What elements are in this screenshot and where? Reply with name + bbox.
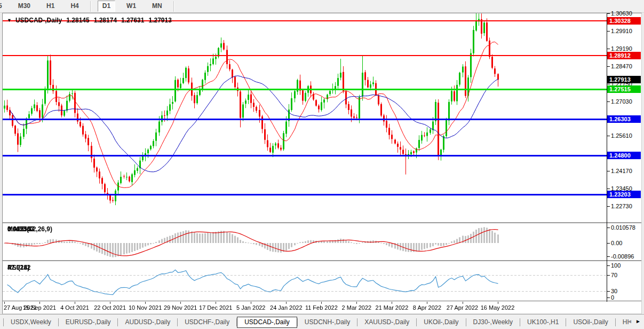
rsi-pane-canvas[interactable] [3,262,607,301]
date-tick-mark [216,302,216,304]
macd-tick-mark [607,243,610,244]
timeframe-button-m30[interactable]: M30 [13,1,35,12]
timeframe-button-h4[interactable]: H4 [66,1,83,12]
price-tick-label: 1.29190 [611,45,632,52]
date-tick-mark [4,302,5,304]
rsi-tick-mark [607,291,610,292]
toolbar-separator [90,1,91,12]
price-level-badge: 1.27515 [607,85,641,93]
ohlc-open: 1.28145 [66,17,89,24]
price-tick-label: 1.22730 [611,203,632,209]
date-axis[interactable]: 27 Aug 202115 Sep 20214 Oct 202122 Oct 2… [3,302,607,314]
rsi-tick-mark [607,297,610,298]
macd-tick-label: 0.00 [611,240,622,246]
chart-tab-ukoil-daily[interactable]: UKOil-,Daily [417,317,465,328]
ohlc-close: 1.27913 [148,17,171,24]
chart-symbol-readout: ▼ USDCAD-,Daily 1.28145 1.28174 1.27631 … [7,17,172,24]
rsi-value: 47.0282 [7,264,30,271]
chart-tab-eurusd-daily[interactable]: EURUSD-,Daily [59,317,118,328]
date-tick-mark [39,302,40,304]
symbol-label: USDCAD-,Daily [15,17,62,24]
date-tick-label: 4 Oct 2021 [60,304,89,311]
chart-tab-xauusd-daily[interactable]: XAUUSD-,Daily [357,317,416,328]
timeframe-button-w1[interactable]: W1 [122,1,141,12]
price-tick-label: 1.28470 [611,63,632,69]
price-tick-mark [607,66,610,67]
date-tick-label: 11 Feb 2022 [305,304,338,311]
date-tick-mark [356,302,357,304]
date-tick-mark [286,302,287,304]
price-tick-mark [607,13,610,14]
price-tick-label: 1.25610 [611,132,632,139]
date-tick-label: 10 Nov 2021 [129,304,162,311]
rsi-tick-label: 70 [611,272,617,278]
chart-tab-usdcad-daily[interactable]: USDCAD-,Daily [237,317,297,328]
timeframe-button-h1[interactable]: H1 [42,1,59,12]
date-tick-mark [251,302,251,304]
macd-signal-value: 0.005547 [7,225,34,233]
price-tick-mark [607,206,610,207]
tabs-scroll-left-icon[interactable]: ◄ [627,318,632,325]
date-tick-mark [180,302,181,304]
macd-tick-mark [607,256,610,257]
chart-tab-dj30-weekly[interactable]: DJ30-,Weekly [466,317,520,328]
price-tick-label: 1.30630 [611,10,632,17]
chart-tab-bar: USDX,WeeklyEURUSD-,DailyAUDUSD-,DailyUSD… [0,314,644,329]
macd-tick-label: -0.00896 [611,253,634,260]
price-tick-mark [607,31,610,32]
date-tick-mark [427,302,427,304]
rsi-tick-mark [607,275,610,276]
date-tick-mark [463,302,463,304]
macd-pane-canvas[interactable] [3,224,607,260]
chart-tab-usoil-daily[interactable]: USOil-,Daily [566,317,615,328]
rsi-tick-label: 30 [611,288,617,294]
price-tick-mark [607,189,610,189]
chart-tab-usdx-weekly[interactable]: USDX,Weekly [4,317,58,328]
timeframe-button-mn[interactable]: MN [147,1,167,12]
chart-tab-uk100-h1[interactable]: UK100-,H1 [520,317,566,328]
chart-tab-audusd-daily[interactable]: AUDUSD-,Daily [118,317,177,328]
price-level-badge: 1.30328 [607,17,641,25]
date-tick-mark [75,302,75,304]
timeframe-button-d1[interactable]: D1 [98,1,115,12]
chart-window: ▼ USDCAD-,Daily 1.28145 1.28174 1.27631 … [2,13,642,314]
price-tick-mark [607,136,610,136]
chart-tab-usdchf-daily[interactable]: USDCHF-,Daily [178,317,236,328]
tabs-scroll-right-icon[interactable]: ► [635,318,641,325]
rsi-tick-mark [607,265,610,266]
price-level-badge: 1.23203 [607,191,641,198]
chart-tabs: USDX,WeeklyEURUSD-,DailyAUDUSD-,DailyUSD… [0,315,629,329]
timeframe-button-5[interactable]: 5 [0,1,7,12]
date-tick-label: 2 Mar 2022 [342,304,372,311]
symbol-dropdown-icon[interactable]: ▼ [7,17,12,24]
rsi-tick-label: 100 [611,262,621,269]
price-tick-mark [607,171,610,171]
timeframe-toolbar: 5M30H1H4D1W1MN [0,0,644,13]
price-tick-mark [607,101,610,102]
date-tick-label: 27 Apr 2022 [447,304,478,311]
pane-separator[interactable] [3,260,641,262]
macd-tick-mark [607,228,610,228]
date-tick-mark [145,302,146,304]
date-tick-mark [392,302,392,304]
price-level-badge: 1.26303 [607,115,641,123]
rsi-tick-label: 0 [611,294,614,301]
chart-tab-usdcnh-daily[interactable]: USDCNH-,Daily [298,317,357,328]
price-tick-label: 1.27030 [611,98,632,105]
ohlc-low: 1.27631 [121,17,144,24]
date-tick-label: 15 Sep 2021 [23,304,56,311]
macd-tick-label: 0.010578 [611,224,635,231]
price-tick-mark [607,84,610,84]
ohlc-high: 1.28174 [94,17,117,24]
price-chart-canvas[interactable] [3,13,607,222]
date-tick-mark [321,302,322,304]
toolbar-separator [173,1,174,12]
price-tick-mark [607,49,610,49]
date-tick-label: 16 May 2022 [481,304,515,311]
date-tick-mark [498,302,498,304]
price-level-badge: 1.28912 [607,52,641,59]
date-tick-label: 8 Apr 2022 [413,304,441,311]
pane-separator[interactable] [3,222,641,224]
date-tick-label: 5 Jan 2022 [236,304,265,311]
date-tick-mark [110,302,110,304]
